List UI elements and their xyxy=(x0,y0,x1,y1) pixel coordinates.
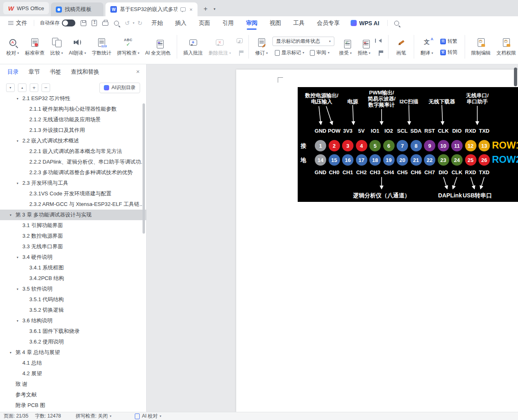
standard-review-button[interactable]: 标准审查 xyxy=(22,33,47,61)
document-scrollbar[interactable] xyxy=(514,68,517,86)
compare-button[interactable]: 比较 xyxy=(47,33,66,61)
export-button[interactable] xyxy=(89,18,99,28)
toc-item[interactable]: 2.2.1 嵌入式调试的基本概念与常见方法 xyxy=(0,146,146,157)
menu-item-home[interactable]: 开始 xyxy=(145,16,169,30)
insert-comment-button[interactable]: 插入批注 xyxy=(180,33,206,61)
toc-item[interactable]: 3.1 引脚功能界面 xyxy=(0,220,146,231)
restrict-editing-button[interactable]: 限制编辑 xyxy=(468,33,494,61)
toc-item[interactable]: 3.6.2 使用说明 xyxy=(0,337,146,347)
toc-item[interactable]: ▾2.3 开发环境与工具 xyxy=(0,178,146,188)
traditional-to-simplified-button[interactable]: 繁 转简 xyxy=(438,48,460,57)
save-button[interactable] xyxy=(78,18,88,28)
toc-item[interactable]: 2.3.2 ARM-GCC 与 Xtensa-ESP32-ELF 工具链... xyxy=(0,199,146,210)
toc-item[interactable]: 3.5.2 切换逻辑 xyxy=(0,305,146,315)
undo-button[interactable] xyxy=(122,18,132,28)
redo-button[interactable] xyxy=(135,18,145,28)
toc-item[interactable]: 参考文献 xyxy=(0,389,146,400)
autosave-toggle[interactable] xyxy=(62,20,75,26)
sidebar-close-icon[interactable] xyxy=(136,68,140,75)
toc-item[interactable]: 3.4.2PCB 结构 xyxy=(0,273,146,284)
toc-item[interactable]: 2.1.3 外设接口及其作用 xyxy=(0,125,146,136)
page-indicator[interactable]: 页面: 21/35 xyxy=(4,413,29,420)
toc-item[interactable]: 2.2.2 DAPlink、逻辑分析仪、串口助手等调试功... xyxy=(0,157,146,167)
toc-item[interactable]: ▾2.1 ESP32 芯片特性 xyxy=(0,96,146,104)
tab-docer-template[interactable]: 找稿壳模板 xyxy=(51,2,103,16)
toc-expand-icon[interactable]: ▾ xyxy=(10,213,11,217)
toc-item[interactable]: 2.1.1 硬件架构与核心处理器性能参数 xyxy=(0,104,146,114)
toc-item[interactable]: ▾3.4 硬件说明 xyxy=(0,252,146,262)
previous-comment-button[interactable] xyxy=(235,36,244,45)
toc-expand-icon[interactable]: ▾ xyxy=(17,319,18,323)
ink-brush-button[interactable]: 画笔 xyxy=(392,33,410,61)
toc-item[interactable]: 3.2 数控电源界面 xyxy=(0,231,146,241)
toc-item[interactable]: 3.3 无线串口界面 xyxy=(0,241,146,252)
tab-active-document[interactable]: 基于ESP32的嵌入式多功能调 xyxy=(105,2,198,16)
track-changes-button[interactable]: 修订 xyxy=(252,33,271,61)
markup-state-combobox[interactable]: 显示标记的最终状态 xyxy=(272,37,334,46)
print-preview-button[interactable] xyxy=(111,18,121,28)
show-markup-button[interactable]: 显示标记 xyxy=(272,48,307,57)
toc-item[interactable]: 2.2.3 多功能调试器整合多种调试技术的优势 xyxy=(0,167,146,178)
sidebar-tab-bookmarks[interactable]: 书签 xyxy=(50,68,61,76)
menu-item-page[interactable]: 页面 xyxy=(193,16,216,30)
next-comment-button[interactable] xyxy=(235,48,244,57)
tab-list-caret[interactable] xyxy=(211,4,219,14)
toc-item[interactable]: 4.2 展望 xyxy=(0,368,146,379)
document-page[interactable]: 数控电源输出/电压输入电源PWM输出/简易示波器/数字频率计I2C扫描无线下载器… xyxy=(236,70,518,412)
toc-expand-icon[interactable]: ▾ xyxy=(10,351,11,354)
sidebar-scrollbar[interactable] xyxy=(143,103,145,234)
toc-collapse-all-button[interactable]: ▾ xyxy=(6,83,15,92)
previous-change-button[interactable] xyxy=(374,36,384,45)
ai-recognize-toc-button[interactable]: AI识别目录 xyxy=(99,83,140,93)
ai-read-aloud-button[interactable]: AI朗读 xyxy=(66,33,89,61)
ai-proofread-status[interactable]: AI 校对 xyxy=(135,413,161,420)
spellcheck-status[interactable]: 拼写检查: 关闭 xyxy=(76,413,112,420)
toc-expand-icon[interactable]: ▾ xyxy=(17,97,18,101)
toc-font-smaller-button[interactable]: − xyxy=(42,83,50,92)
toc-item[interactable]: 4.1 总结 xyxy=(0,358,146,368)
toc-expand-icon[interactable]: ▾ xyxy=(17,139,18,143)
toc-item[interactable]: 2.1.2 无线通信功能及应用场景 xyxy=(0,114,146,125)
toc-item[interactable]: ▾第 3 章 多功能调试器设计与实现 xyxy=(0,210,146,220)
toc-item[interactable]: 3.6.1 固件下载和烧录 xyxy=(0,326,146,337)
toc-item[interactable]: ▾2.2 嵌入式调试技术概述 xyxy=(0,136,146,146)
wps-ai-button[interactable]: WPS AI xyxy=(346,20,384,26)
sidebar-tab-contents[interactable]: 目录 xyxy=(7,68,19,76)
menu-item-membership[interactable]: 会员专享 xyxy=(311,16,346,30)
translate-button[interactable]: 翻译 xyxy=(417,33,436,61)
toc-item[interactable]: 3.5.1 代码结构 xyxy=(0,294,146,305)
toc-item[interactable]: 附录 PCB 图 xyxy=(0,400,146,411)
sidebar-tab-chapters[interactable]: 章节 xyxy=(29,68,40,76)
toc-item[interactable]: ▾3.5 软件说明 xyxy=(0,284,146,294)
toc-expand-icon[interactable]: ▾ xyxy=(17,287,18,291)
toc-expand-all-button[interactable]: ▴ xyxy=(18,83,26,92)
spell-check-button[interactable]: 拼写检查 xyxy=(114,33,142,61)
word-count-button[interactable]: 字数统计 xyxy=(89,33,114,61)
undo-caret[interactable] xyxy=(133,21,134,25)
toc-item[interactable]: 致 谢 xyxy=(0,379,146,389)
accept-button[interactable]: 接受 xyxy=(336,33,355,61)
review-pane-button[interactable]: 审阅 xyxy=(307,48,332,57)
reject-button[interactable]: 拒绝 xyxy=(355,33,373,61)
word-count-indicator[interactable]: 字数: 12478 xyxy=(35,413,61,420)
ai-polish-button[interactable]: AI 全文润色 xyxy=(142,33,173,61)
toc-expand-icon[interactable]: ▾ xyxy=(17,182,18,185)
tab-close-icon[interactable] xyxy=(189,7,193,13)
wps-home-tab[interactable]: WPS Office xyxy=(3,2,49,14)
document-area[interactable]: 数控电源输出/电压输入电源PWM输出/简易示波器/数字频率计I2C扫描无线下载器… xyxy=(147,64,518,412)
toc-item[interactable]: ▾3.6 结构说明 xyxy=(0,315,146,326)
menu-item-references[interactable]: 引用 xyxy=(216,16,240,30)
document-permission-button[interactable]: 文档权限 xyxy=(494,33,518,61)
menu-item-insert[interactable]: 插入 xyxy=(169,16,193,30)
search-button[interactable] xyxy=(391,18,402,28)
new-tab-button[interactable] xyxy=(201,4,211,14)
delete-comment-button[interactable]: 删除批注 xyxy=(206,33,234,61)
menu-item-tools[interactable]: 工具 xyxy=(287,16,311,30)
proofread-button[interactable]: 校对 xyxy=(3,33,22,61)
simplified-to-traditional-button[interactable]: 简 转繁 xyxy=(438,37,460,46)
file-menu-button[interactable]: 文件 xyxy=(5,20,31,27)
toc-expand-icon[interactable]: ▾ xyxy=(17,256,18,259)
toc-item[interactable]: 3.4.1 系统框图 xyxy=(0,262,146,273)
toc-font-larger-button[interactable]: + xyxy=(30,83,38,92)
toc-item[interactable]: 2.3.1VS Code 开发环境搭建与配置 xyxy=(0,188,146,199)
